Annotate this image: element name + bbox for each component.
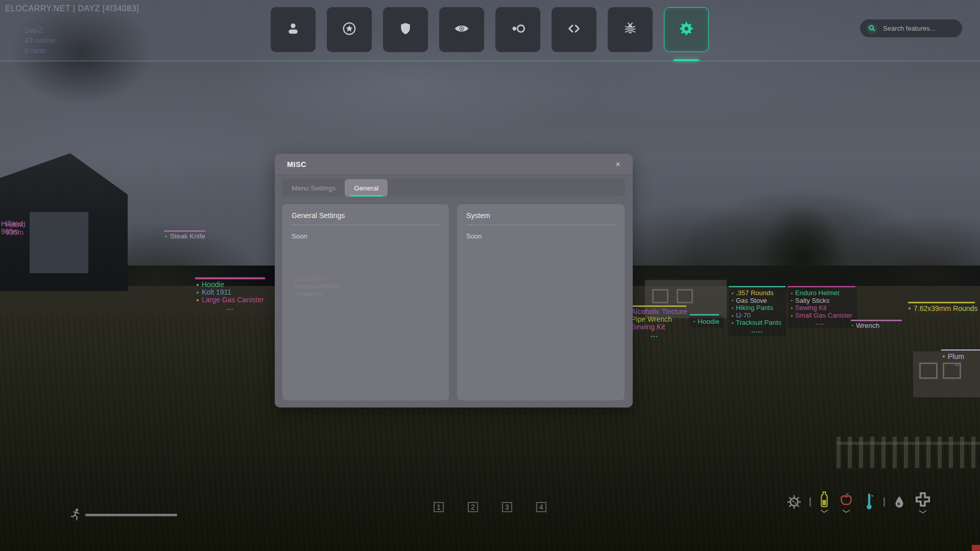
- esp-ghost-items: Gas Stove Hockey Helmet Sneakers: [295, 275, 340, 298]
- esp-item-text: Sewing Kit: [795, 304, 826, 312]
- esp-item-text: Hiking Pants: [736, 304, 773, 312]
- virus-icon: [785, 493, 803, 511]
- esp-item-cluster: Enduro Helmet Salty Sticks Sewing Kit Sm…: [788, 287, 857, 328]
- esp-item-label: Hoodie: [197, 281, 264, 289]
- tab-visuals-button[interactable]: [439, 7, 484, 52]
- hotkey-slot-3[interactable]: 3: [502, 502, 512, 512]
- star-circle-icon: [342, 21, 357, 38]
- corner-indicator: [972, 545, 980, 551]
- modal-title: MISC: [287, 160, 615, 169]
- status-divider: [809, 497, 811, 507]
- tab-label: General: [354, 184, 378, 192]
- hotkey-slot-1[interactable]: 1: [434, 502, 444, 512]
- tab-toggles-button[interactable]: [495, 7, 540, 52]
- esp-tracer-line: [195, 277, 265, 279]
- esp-item-dot: [791, 307, 793, 309]
- tab-code-button[interactable]: [552, 7, 596, 52]
- esp-item-cluster: Hoodie Kolt 1911 Large Gas Canister ...: [197, 281, 264, 312]
- status-divider: [883, 497, 885, 507]
- esp-item-cluster: Alcoholic Tincture Pipe Wrench Sewing Ki…: [631, 308, 687, 339]
- esp-tracer-line: [908, 302, 975, 303]
- modal-tab-bar: Menu Settings General: [282, 179, 625, 197]
- esp-item-text: Small Gas Canister: [795, 312, 852, 320]
- toggle-circles-icon: [510, 20, 526, 39]
- esp-ghost-text: Gas Stove: [295, 275, 340, 282]
- esp-item-label: Hiking Pants: [732, 304, 786, 312]
- tab-general[interactable]: General: [345, 179, 388, 197]
- esp-item-cluster: .357 Rounds Gas Stove Hiking Pants IJ-70…: [729, 287, 786, 336]
- server-near: 0 near: [25, 45, 56, 56]
- esp-more-indicator: ...: [226, 304, 264, 312]
- active-tab-underline: [350, 195, 383, 197]
- esp-item-text: Salty Sticks: [795, 297, 829, 305]
- tab-label: Menu Settings: [292, 184, 336, 192]
- stamina-bar: [85, 514, 177, 516]
- esp-item-dot: [197, 299, 199, 301]
- hotkey-number: 2: [471, 503, 475, 511]
- esp-item-dot: [732, 322, 733, 324]
- panel-title: System: [466, 211, 615, 220]
- hotkey-slot-4[interactable]: 4: [536, 502, 546, 512]
- esp-item-label: Sewing Kit: [791, 304, 857, 312]
- server-online: 43 online: [25, 35, 56, 45]
- server-game: DayZ: [25, 25, 56, 35]
- shield-icon: [398, 21, 413, 38]
- esp-item-dot: [165, 235, 167, 237]
- esp-item-label: Kolt 1911: [197, 289, 264, 296]
- esp-item-text: Wrench: [856, 322, 879, 329]
- esp-item-text: Tracksuit Pants: [736, 319, 781, 327]
- window: [677, 289, 693, 303]
- esp-item-text: Hoodie: [698, 318, 720, 325]
- tab-favorites-button[interactable]: [327, 7, 372, 52]
- feature-tab-bar: [271, 7, 709, 52]
- esp-item-dot: [732, 300, 733, 301]
- esp-item-dot: [694, 321, 695, 322]
- close-icon[interactable]: ×: [615, 160, 620, 169]
- window: [652, 289, 668, 303]
- esp-item-label: Large Gas Canister: [197, 296, 264, 304]
- tab-debug-button[interactable]: [608, 7, 653, 52]
- search-icon: [865, 22, 878, 35]
- esp-item-label: Plum: [943, 352, 964, 361]
- esp-item-text: .357 Rounds: [736, 290, 774, 297]
- esp-item-dot: [909, 307, 911, 309]
- thirst-bottle-icon: [818, 491, 831, 513]
- active-tab-underline: [674, 59, 699, 61]
- esp-item-text: Enduro Helmet: [795, 290, 840, 297]
- esp-item-label: Hoodie: [689, 316, 724, 327]
- mountain-name: Hiltind: [6, 221, 26, 229]
- game-screen: ELOCARRY.NET | DAYZ [4f34083] DayZ 43 on…: [0, 0, 980, 551]
- fence: [836, 437, 980, 468]
- esp-ghost-text: Sneakers: [295, 290, 340, 298]
- watermark-title: ELOCARRY.NET | DAYZ [4f34083]: [5, 4, 139, 13]
- stamina-runner-icon: [69, 508, 82, 524]
- tab-menu-settings[interactable]: Menu Settings: [282, 179, 345, 197]
- esp-item-text: Sewing Kit: [631, 323, 687, 331]
- tab-shield-button[interactable]: [383, 7, 428, 52]
- esp-more-indicator: ..: [955, 360, 960, 367]
- esp-item-label: Gas Stove: [732, 297, 786, 305]
- esp-item-text: Hoodie: [202, 281, 224, 289]
- esp-item-dot: [197, 292, 199, 294]
- eye-icon: [453, 20, 470, 39]
- shed-window: [30, 212, 88, 273]
- window: [919, 363, 938, 379]
- code-brackets-icon: [566, 21, 582, 38]
- esp-item-label: Steak Knife: [165, 232, 205, 240]
- panel-title: General Settings: [292, 211, 440, 220]
- esp-ghost-text: Hockey Helmet: [295, 282, 340, 290]
- hotkey-bar: 1 2 3 4: [434, 502, 546, 512]
- system-panel: System Soon: [457, 204, 625, 400]
- tab-settings-button[interactable]: [664, 7, 709, 52]
- panel-divider: [292, 225, 440, 225]
- esp-tracer-line: [632, 305, 686, 307]
- chevron-down-icon: [917, 510, 928, 514]
- hotkey-number: 4: [539, 503, 543, 511]
- search-input[interactable]: [882, 24, 950, 33]
- hotkey-slot-2[interactable]: 2: [468, 502, 478, 512]
- temperature-thermometer-icon: [862, 493, 877, 511]
- esp-more-indicator: ...: [651, 331, 687, 339]
- esp-item-label: Salty Sticks: [791, 297, 857, 305]
- esp-item-text: Gas Stove: [736, 297, 767, 305]
- tab-player-button[interactable]: [271, 7, 316, 52]
